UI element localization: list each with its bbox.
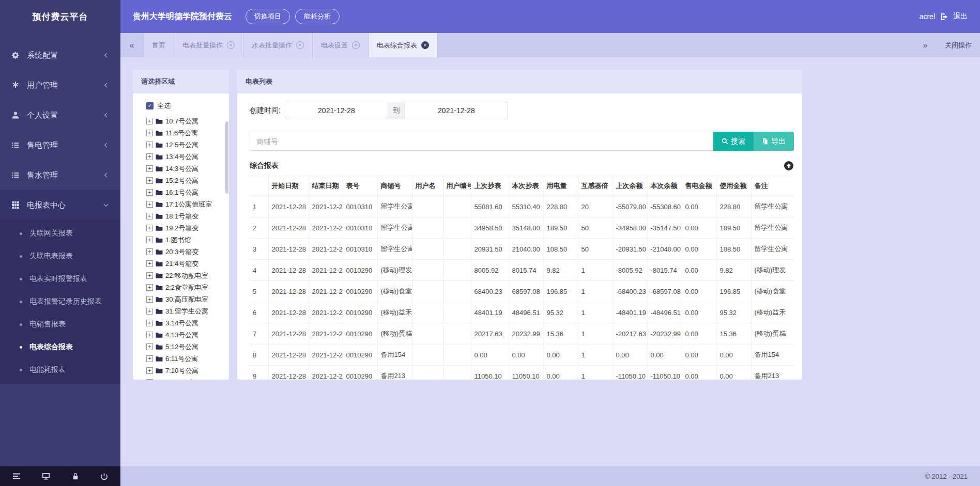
header-action-1[interactable]: 切换项目 (246, 9, 290, 24)
monitor-icon[interactable] (42, 472, 50, 480)
tree-node[interactable]: +31:留学生公寓 (146, 305, 226, 317)
tree-node[interactable]: +10:7号公寓 (146, 115, 226, 127)
expand-icon[interactable]: + (146, 332, 153, 338)
sidebar-subitem-3[interactable]: 电表实时报警报表 (0, 268, 120, 290)
expand-icon[interactable]: + (146, 284, 153, 291)
tree-node[interactable]: +21:4号箱变 (146, 258, 226, 270)
expand-icon[interactable]: + (146, 153, 153, 160)
expand-icon[interactable]: + (146, 343, 153, 350)
expand-icon[interactable]: + (146, 355, 153, 362)
table-row: 32021-12-282021-12-280010310留学生公寓20931.5… (250, 239, 794, 260)
export-button[interactable]: 导出 (754, 132, 794, 151)
table-cell: -11050.10 (612, 366, 647, 380)
tree-node[interactable]: +30:高压配电室 (146, 293, 226, 305)
tree-node[interactable]: +4:13号公寓 (146, 329, 226, 341)
tree-node[interactable]: +17:1公寓值班室 (146, 198, 226, 210)
tab-1[interactable]: 首页 (143, 33, 174, 57)
tab-5[interactable]: 电表综合报表× (369, 33, 438, 57)
shop-number-search-input[interactable] (250, 132, 713, 151)
tree-node[interactable]: +7:10号公寓 (146, 365, 226, 377)
area-tree: +10:7号公寓+11:6号公寓+12:5号公寓+13:4号公寓+14:3号公寓… (146, 115, 226, 380)
sidebar-subitem-1[interactable]: 失联网关报表 (0, 222, 120, 245)
date-from-input[interactable] (285, 102, 388, 119)
expand-icon[interactable]: + (146, 201, 153, 208)
bullet-icon (20, 255, 22, 258)
expand-icon[interactable]: + (146, 118, 153, 124)
expand-icon[interactable]: + (146, 213, 153, 220)
sidebar-item-1[interactable]: 系统配置 (0, 40, 120, 70)
tree-node[interactable]: +12:5号公寓 (146, 139, 226, 151)
chevron-down-icon (103, 202, 109, 208)
sidebar-item-3[interactable]: 个人设置 (0, 100, 120, 130)
collapse-up-icon[interactable] (784, 161, 794, 171)
sidebar-item-6[interactable]: 电报表中心 (0, 190, 120, 220)
table-cell: 21040.00 (509, 239, 543, 260)
tabbar-spacer (438, 33, 914, 57)
tabs-scroll-left-icon[interactable]: « (120, 33, 143, 57)
expand-icon[interactable]: + (146, 367, 153, 374)
table-cell: -20232.99 (647, 323, 682, 344)
table-cell: 189.50 (716, 217, 751, 239)
logout-button[interactable]: 退出 (953, 12, 968, 21)
tab-close-icon[interactable]: × (296, 41, 304, 49)
tree-scrollbar[interactable] (225, 121, 228, 194)
column-header: 用户编号 (443, 176, 471, 196)
select-all-checkbox[interactable]: ✓ (146, 102, 154, 109)
tab-4[interactable]: 电表设置× (313, 33, 369, 57)
sidebar-item-2[interactable]: 用户管理 (0, 70, 120, 100)
expand-icon[interactable]: + (146, 296, 153, 303)
tree-node[interactable]: +14:3号公寓 (146, 163, 226, 175)
expand-icon[interactable]: + (146, 320, 153, 326)
tree-node[interactable]: +2:2食堂配电室 (146, 281, 226, 293)
expand-icon[interactable]: + (146, 237, 153, 243)
sliders-icon[interactable] (12, 472, 21, 480)
expand-icon[interactable]: + (146, 177, 153, 184)
tree-node[interactable]: +8:9号公寓 (146, 377, 226, 380)
sidebar-subitem-5[interactable]: 电销售报表 (0, 313, 120, 336)
sidebar-subitem-6[interactable]: 电表综合报表 (0, 336, 120, 358)
expand-icon[interactable]: + (146, 142, 153, 148)
tree-node[interactable]: +3:14号公寓 (146, 317, 226, 329)
tree-node[interactable]: +18:1号箱变 (146, 210, 226, 222)
expand-icon[interactable]: + (146, 189, 153, 196)
expand-icon[interactable]: + (146, 165, 153, 172)
tree-node[interactable]: +19:2号箱变 (146, 222, 226, 234)
tree-node[interactable]: +5:12号公寓 (146, 341, 226, 353)
sidebar-subitem-4[interactable]: 电表报警记录历史报表 (0, 290, 120, 313)
tree-node[interactable]: +15:2号公寓 (146, 175, 226, 186)
sidebar-subitem-7[interactable]: 电能耗报表 (0, 358, 120, 381)
close-operations-button[interactable]: 关闭操作 (937, 33, 980, 57)
tab-close-icon[interactable]: × (421, 41, 429, 49)
header-action-2[interactable]: 能耗分析 (295, 9, 340, 24)
expand-icon[interactable]: + (146, 379, 153, 380)
expand-icon[interactable]: + (146, 130, 153, 136)
expand-icon[interactable]: + (146, 225, 153, 231)
folder-icon (156, 178, 163, 184)
logout-icon[interactable] (940, 13, 948, 21)
expand-icon[interactable]: + (146, 308, 153, 315)
tree-node[interactable]: +6:11号公寓 (146, 353, 226, 365)
tab-3[interactable]: 水表批量操作× (243, 33, 313, 57)
select-all-row[interactable]: ✓ 全选 (146, 100, 226, 112)
sidebar-item-5[interactable]: 售水管理 (0, 160, 120, 190)
tabs-scroll-right-icon[interactable]: » (914, 33, 937, 57)
expand-icon[interactable]: + (146, 260, 153, 267)
tree-node[interactable]: +16:1号公寓 (146, 186, 226, 198)
tab-close-icon[interactable]: × (227, 41, 235, 49)
date-to-input[interactable] (405, 102, 508, 119)
tree-node[interactable]: +1:图书馆 (146, 234, 226, 246)
tab-2[interactable]: 电表批量操作× (174, 33, 243, 57)
expand-icon[interactable]: + (146, 248, 153, 255)
expand-icon[interactable]: + (146, 272, 153, 279)
tree-node[interactable]: +20:3号箱变 (146, 246, 226, 258)
search-button-label: 搜索 (731, 137, 745, 146)
tree-node[interactable]: +11:6号公寓 (146, 127, 226, 139)
sidebar-item-4[interactable]: 售电管理 (0, 130, 120, 160)
tree-node[interactable]: +22:移动配电室 (146, 270, 226, 281)
tree-node[interactable]: +13:4号公寓 (146, 151, 226, 163)
sidebar-subitem-2[interactable]: 失联电表报表 (0, 245, 120, 268)
search-button[interactable]: 搜索 (713, 132, 754, 151)
power-icon[interactable] (100, 473, 108, 480)
tab-close-icon[interactable]: × (352, 41, 360, 49)
lock-icon[interactable] (72, 472, 79, 480)
